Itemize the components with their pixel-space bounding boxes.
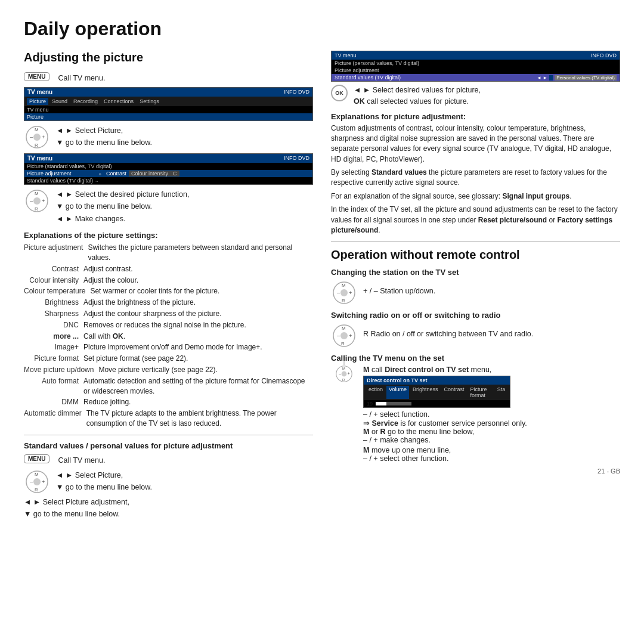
- direct-ctrl-value-row: 19: [364, 400, 510, 407]
- setting-val-auto-format: Automatic detection and setting of the p…: [83, 376, 313, 397]
- tv-menu-row-adjustment: Picture adjustment ⬦ Contrast Colour int…: [24, 170, 312, 177]
- settings-table: Picture adjustment Switches the picture …: [24, 243, 313, 429]
- step2-text: ◄ ► Select the desired picture function,…: [56, 188, 189, 227]
- tab-volume: Volume: [386, 386, 409, 399]
- step1a-text: ◄ ► Select Picture,: [56, 126, 123, 137]
- svg-text:M: M: [342, 283, 346, 288]
- call-tv-menu-text: Call TV menu.: [58, 70, 105, 84]
- step3b: ▼ go to the menu line below.: [56, 482, 152, 493]
- left-column: Adjusting the picture MENU Call TV menu.…: [24, 51, 313, 632]
- svg-text:+: +: [42, 134, 45, 140]
- setting-label-dmm: DMM: [24, 397, 83, 407]
- svg-text:R: R: [35, 206, 38, 212]
- svg-text:+: +: [42, 198, 45, 204]
- divider-standard-values: [24, 435, 313, 435]
- step2b: ▼ go to the menu line below.: [56, 202, 189, 212]
- joystick-icon-1: – + M R: [24, 124, 50, 150]
- tv-menu-title-1: TV menu: [27, 89, 52, 95]
- minus-plus-text: – / + make changes.: [363, 436, 527, 444]
- radio-text: R Radio on / off or switching between TV…: [363, 323, 533, 338]
- picture-label: Picture: [27, 114, 44, 120]
- svg-text:M: M: [35, 472, 39, 477]
- setting-auto-format: Auto format Automatic detection and sett…: [24, 376, 313, 397]
- svg-text:–: –: [337, 333, 340, 339]
- tv-menu-top-row1: Picture (personal values, TV digital): [332, 60, 620, 67]
- setting-colour-temperature: Colour temperature Set warmer or cooler …: [24, 286, 313, 296]
- direct-ctrl-tabs: ection Volume Brightness Contrast Pictur…: [364, 385, 510, 400]
- step-standard-text: ◄ ► Select Picture, ▼ go to the menu lin…: [56, 469, 152, 495]
- changing-station-group: – + M R + / – Station up/down.: [331, 280, 620, 306]
- tv-menu-top-row3-right: ◄ ► Personal values (TV digital): [537, 75, 617, 80]
- setting-picture-format: Picture format Set picture format (see p…: [24, 354, 313, 364]
- svg-text:M: M: [35, 127, 39, 132]
- setting-val-contrast: Adjust contrast.: [83, 264, 133, 274]
- step2c-text: ◄ ► Make changes.: [56, 214, 125, 225]
- setting-val-image-plus: Picture improvement on/off and Demo mode…: [83, 342, 262, 352]
- setting-label-colour-temperature: Colour temperature: [24, 286, 90, 296]
- setting-label-contrast: Contrast: [24, 264, 83, 274]
- svg-text:M: M: [35, 191, 39, 196]
- step2a: ◄ ► Select the desired picture function,: [56, 190, 189, 200]
- tab-sound: Sound: [49, 98, 70, 105]
- svg-text:M: M: [342, 326, 346, 331]
- page-title: Daily operation: [24, 18, 620, 40]
- tv-menu-top-row2-text: Picture adjustment: [335, 67, 379, 73]
- explanations-picture-text3: For an explanation of the signal source,…: [331, 191, 620, 202]
- setting-val-picture-format: Set picture format (see page 22).: [83, 354, 188, 364]
- m-call-text: M call Direct control on TV set menu,: [363, 366, 527, 374]
- step-right-text: ◄ ► Select desired values for picture, O…: [354, 85, 481, 107]
- tv-menu-row-subtitle: Picture (standard values, TV digital): [24, 163, 312, 170]
- explanations-title: Explanations of the picture settings:: [24, 231, 313, 240]
- m-or-r-text: M or R go to the menu line below,: [363, 428, 527, 436]
- picture-adjustment-label: Picture adjustment: [27, 171, 98, 177]
- explanations-picture-text4: In the index of the TV set, all the pict…: [331, 205, 620, 236]
- switching-radio-title: Switching radio on or off or switching t…: [331, 311, 620, 320]
- step-right1-text: ◄ ► Select desired values for picture,: [354, 85, 481, 96]
- divider-operation: [331, 242, 620, 242]
- setting-automatic-dimmer: Automatic dimmer The TV picture adapts t…: [24, 408, 313, 429]
- tv-menu-tabs-1: Picture Sound Recording Connections Sett…: [24, 97, 312, 106]
- arrow-icon: ◄ ►: [537, 75, 547, 80]
- svg-point-1: [33, 134, 41, 141]
- picture-standard-label: Picture (standard values, TV digital): [27, 163, 112, 169]
- calling-tv-menu-title: Calling the TV menu on the set: [331, 354, 620, 363]
- svg-point-19: [340, 289, 348, 296]
- setting-brightness: Brightness Adjust the brightness of the …: [24, 298, 313, 308]
- svg-text:–: –: [337, 290, 340, 296]
- tv-menu-row-tvmenu: TV menu: [24, 106, 312, 113]
- c-tab: C: [171, 171, 179, 177]
- standard-values-label: Standard values (TV digital): [27, 178, 93, 184]
- menu-icon: MENU: [24, 72, 49, 81]
- tv-menu-screenshot-2: TV menu INFO DVD Picture (standard value…: [24, 153, 313, 185]
- direct-ctrl-screenshot: Direct control on TV set ection Volume B…: [363, 376, 510, 408]
- tab-brightness: Brightness: [410, 386, 441, 399]
- svg-text:–: –: [339, 372, 341, 376]
- tab-picture-format: Picture format: [468, 386, 494, 399]
- tv-menu-row-standard: Standard values (TV digital) ..: [24, 177, 312, 184]
- tv-menu-bar-2: TV menu INFO DVD: [24, 154, 312, 163]
- step1-group: – + M R ◄ ► Select Picture, ▼ go to the …: [24, 124, 313, 150]
- step2-group: – + M R ◄ ► Select the desired picture f…: [24, 188, 313, 227]
- step-right-1: OK ◄ ► Select desired values for picture…: [331, 85, 620, 107]
- setting-val-colour-intensity: Adjust the colour.: [83, 275, 138, 286]
- setting-more: more ... Call with OK.: [24, 332, 313, 342]
- ok-icon: OK: [331, 85, 348, 101]
- setting-sharpness: Sharpness Adjust the contour sharpness o…: [24, 309, 313, 319]
- svg-text:R: R: [342, 298, 345, 304]
- tv-menu-top-row1-text: Picture (personal values, TV digital): [335, 60, 419, 66]
- tv-menu-top-row3-label: Standard values (TV digital): [335, 75, 401, 80]
- svg-text:+: +: [349, 290, 352, 296]
- step1b-text: ▼ go to the menu line below.: [56, 138, 152, 148]
- direct-ctrl-value: 19: [367, 401, 373, 407]
- step1-text: ◄ ► Select Picture, ▼ go to the menu lin…: [56, 124, 152, 150]
- step2c: ◄ ► Make changes.: [56, 214, 189, 225]
- joystick-icon-3: – + M R: [24, 469, 50, 495]
- step4-group: ◄ ► Select Picture adjustment, ▼ go to t…: [24, 497, 313, 520]
- setting-dmm: DMM Reduce jolting.: [24, 397, 313, 407]
- step-standard-2: – + M R ◄ ► Select Picture, ▼ go to the …: [24, 469, 313, 495]
- joystick-icon-6: – + M R: [331, 361, 357, 387]
- tv-menu-label: TV menu: [27, 107, 49, 113]
- step1a: ◄ ► Select Picture,: [56, 126, 152, 137]
- setting-label-sharpness: Sharpness: [24, 309, 83, 319]
- section1-title: Adjusting the picture: [24, 51, 313, 64]
